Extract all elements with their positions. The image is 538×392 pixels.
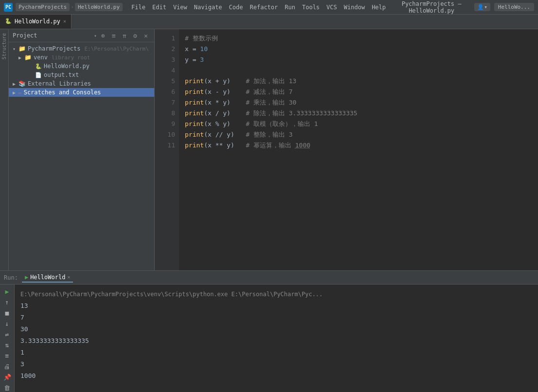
tree-item-helloworld[interactable]: 🐍 HelloWorld.py bbox=[9, 62, 154, 71]
run-toolbar: ▶ ↑ ■ ↓ ⇌ ⇅ ≡ 🖨 📌 🗑 bbox=[0, 285, 15, 392]
expand-arrow-venv: ▶ bbox=[18, 55, 21, 60]
menu-edit[interactable]: Edit bbox=[149, 3, 169, 12]
editor-area: 1 2 3 4 5 6 7 8 9 10 11 # 整数示例 x = 10 y … bbox=[155, 29, 538, 270]
window-tab[interactable]: HelloWo... bbox=[494, 3, 534, 11]
line-num: 6 bbox=[155, 87, 175, 97]
tree-item-output[interactable]: 📄 output.txt bbox=[9, 71, 154, 79]
print-button[interactable]: 🖨 bbox=[2, 361, 12, 371]
menu-bar: File Edit View Navigate Code Refactor Ru… bbox=[128, 3, 389, 12]
scratch-icon: ✏ bbox=[18, 89, 22, 96]
menu-file[interactable]: File bbox=[128, 3, 148, 12]
output-line-4: 3.3333333333333335 bbox=[20, 335, 532, 347]
tree-label: PycharmProjects bbox=[28, 45, 80, 52]
file-tab-label: HelloWorld.py bbox=[15, 18, 60, 25]
tree-path: E:\Personal\PyCharm\ bbox=[84, 46, 148, 52]
expand-arrow-ext: ▶ bbox=[13, 81, 16, 87]
menu-navigate[interactable]: Navigate bbox=[191, 3, 225, 12]
tree-item-ext-libs[interactable]: ▶ 📚 External Libraries bbox=[9, 79, 154, 88]
menu-vcs[interactable]: VCS bbox=[323, 3, 340, 12]
project-breadcrumb: PycharmProjects bbox=[16, 3, 70, 11]
run-tab-label: HelloWorld bbox=[30, 274, 65, 281]
title-right: 👤▾ HelloWo... bbox=[474, 3, 534, 11]
stop-button[interactable]: ■ bbox=[2, 308, 12, 318]
tree-extra-venv: library root bbox=[52, 54, 90, 61]
pin-button[interactable]: 📌 bbox=[2, 372, 12, 382]
scroll-down-button[interactable]: ↓ bbox=[2, 319, 12, 328]
tree-item-venv[interactable]: ▶ 📁 venv library root bbox=[9, 53, 154, 62]
code-editor[interactable]: # 整数示例 x = 10 y = 3 print(x + y) # 加法，输出… bbox=[179, 29, 538, 270]
tree-item-pycharmprojects[interactable]: ▾ 📁 PycharmProjects E:\Personal\PyCharm\ bbox=[9, 44, 154, 53]
menu-help[interactable]: Help bbox=[369, 3, 389, 12]
output-line-5: 1 bbox=[20, 347, 532, 358]
settings-button[interactable]: ⚙ bbox=[131, 31, 140, 40]
far-left-tabs: Structure bbox=[0, 29, 9, 270]
line-num: 10 bbox=[155, 129, 175, 140]
close-panel-button[interactable]: ✕ bbox=[142, 31, 150, 40]
line-num: 5 bbox=[155, 76, 175, 87]
tree-label-venv: venv bbox=[34, 54, 48, 61]
tree-label-ext: External Libraries bbox=[28, 80, 91, 87]
run-content-area: ▶ ↑ ■ ↓ ⇌ ⇅ ≡ 🖨 📌 🗑 E:\Personal\PyCharm\… bbox=[0, 285, 538, 392]
file-tabs-bar: 🐍 HelloWorld.py ✕ bbox=[0, 15, 538, 29]
line-num: 8 bbox=[155, 108, 175, 119]
profile-button[interactable]: 👤▾ bbox=[474, 3, 490, 11]
line-num: 3 bbox=[155, 54, 175, 65]
run-button[interactable]: ▶ bbox=[2, 286, 12, 296]
project-panel-title: Project bbox=[13, 32, 92, 39]
output-line-6: 3 bbox=[20, 358, 532, 370]
delete-button[interactable]: 🗑 bbox=[2, 383, 12, 392]
menu-view[interactable]: View bbox=[170, 3, 190, 12]
main-layout: Structure Project ▾ ⊕ ≡ ⇈ ⚙ ✕ ▾ 📁 Pychar… bbox=[0, 29, 538, 270]
line-numbers: 1 2 3 4 5 6 7 8 9 10 11 bbox=[155, 29, 179, 270]
run-green-icon: ▶ bbox=[25, 274, 28, 281]
collapse-all-button[interactable]: ⇈ bbox=[120, 31, 129, 40]
expand-arrow: ▾ bbox=[13, 46, 16, 52]
line-num: 7 bbox=[155, 97, 175, 108]
close-run-tab-button[interactable]: ✕ bbox=[67, 274, 70, 280]
new-folder-button[interactable]: ⊕ bbox=[99, 31, 108, 40]
run-output: E:\Personal\PyCharm\PycharmProjects\venv… bbox=[15, 285, 538, 392]
output-line-3: 30 bbox=[20, 323, 532, 335]
txt-icon: 📄 bbox=[35, 72, 42, 78]
output-line-1: 13 bbox=[20, 300, 532, 312]
tree-label-output: output.txt bbox=[44, 71, 79, 78]
file-tab-helloworld[interactable]: 🐍 HelloWorld.py ✕ bbox=[0, 15, 72, 29]
project-panel-header: Project ▾ ⊕ ≡ ⇈ ⚙ ✕ bbox=[9, 29, 154, 42]
run-tabs-bar: Run: ▶ HelloWorld ✕ bbox=[0, 271, 538, 285]
align-button[interactable]: ⇅ bbox=[2, 340, 12, 350]
tree-item-scratches[interactable]: ▶ ✏ Scratches and Consoles bbox=[9, 88, 154, 97]
menu-tools[interactable]: Tools bbox=[299, 3, 323, 12]
menu-window[interactable]: Window bbox=[341, 3, 368, 12]
line-num: 4 bbox=[155, 65, 175, 76]
lib-icon: 📚 bbox=[18, 80, 26, 87]
menu-refactor[interactable]: Refactor bbox=[247, 3, 281, 12]
scroll-from-source-button[interactable]: ≡ bbox=[109, 31, 118, 40]
run-label: Run: bbox=[4, 274, 18, 281]
app-logo: PC bbox=[4, 3, 13, 12]
structure-tab[interactable]: Structure bbox=[0, 31, 8, 61]
expand-arrow-scratch: ▶ bbox=[13, 90, 16, 95]
run-panel: Run: ▶ HelloWorld ✕ ▶ ↑ ■ ↓ ⇌ ⇅ ≡ 🖨 📌 🗑 … bbox=[0, 270, 538, 392]
code-container[interactable]: 1 2 3 4 5 6 7 8 9 10 11 # 整数示例 x = 10 y … bbox=[155, 29, 538, 270]
run-command-line: E:\Personal\PyCharm\PycharmProjects\venv… bbox=[20, 288, 532, 300]
tree-label-scratches: Scratches and Consoles bbox=[24, 89, 101, 96]
output-line-2: 7 bbox=[20, 312, 532, 323]
project-tree: ▾ 📁 PycharmProjects E:\Personal\PyCharm\… bbox=[9, 42, 154, 270]
run-tab-helloworld[interactable]: ▶ HelloWorld ✕ bbox=[22, 273, 73, 283]
scroll-up-button[interactable]: ↑ bbox=[2, 297, 12, 307]
chevron-down-icon: ▾ bbox=[94, 33, 97, 38]
venv-folder-icon: 📁 bbox=[24, 54, 32, 61]
menu-run[interactable]: Run bbox=[282, 3, 298, 12]
close-tab-button[interactable]: ✕ bbox=[63, 18, 66, 24]
wrap-button[interactable]: ⇌ bbox=[2, 329, 12, 339]
python-file-icon: 🐍 bbox=[5, 18, 12, 24]
line-num: 11 bbox=[155, 140, 175, 151]
title-bar: PC PycharmProjects › HelloWorld.py File … bbox=[0, 0, 538, 15]
line-num: 2 bbox=[155, 44, 175, 54]
project-panel: Project ▾ ⊕ ≡ ⇈ ⚙ ✕ ▾ 📁 PycharmProjects … bbox=[9, 29, 155, 270]
line-num: 1 bbox=[155, 33, 175, 44]
line-num: 9 bbox=[155, 119, 175, 129]
settings-run-button[interactable]: ≡ bbox=[2, 351, 12, 360]
menu-code[interactable]: Code bbox=[226, 3, 246, 12]
folder-icon: 📁 bbox=[18, 45, 26, 52]
